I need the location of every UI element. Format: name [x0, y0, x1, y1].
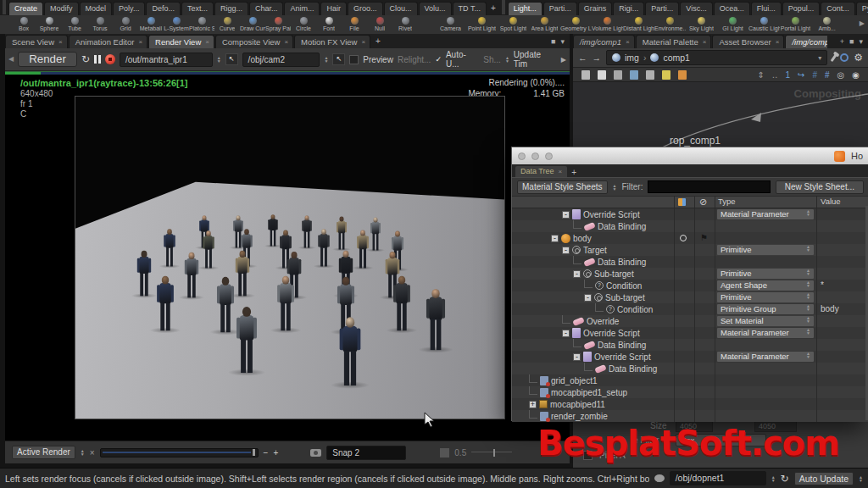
type-dropdown[interactable]: Set Material▲▼	[717, 316, 814, 326]
shading-dropdown[interactable]: Sh...	[483, 55, 501, 64]
active-render-dropdown[interactable]: Active Render	[12, 446, 75, 459]
color-grid-icon[interactable]	[630, 70, 638, 80]
tab-close-icon[interactable]: ×	[138, 37, 142, 47]
shelf-tool-platonicsol[interactable]: Platonic Sol...	[189, 15, 214, 34]
tree-row-mocapbiped11[interactable]: +mocapbiped11	[512, 398, 868, 410]
snapshot-camera-icon[interactable]	[310, 449, 321, 457]
link-icon[interactable]: ↪	[798, 70, 804, 80]
tree-row-sub-target[interactable]: -Sub-targetPrimitive▲▼	[512, 268, 868, 280]
nav-back-icon[interactable]: ←	[578, 53, 587, 63]
expand-icon[interactable]: +	[529, 401, 537, 408]
layers-icon[interactable]	[678, 70, 687, 80]
dopnet-spinner[interactable]: ▲▼	[771, 475, 776, 482]
shelf-tab-hair[interactable]: Hair	[320, 2, 347, 15]
tree-row-override[interactable]: OverrideSet Material▲▼	[512, 315, 868, 327]
tree-row-sub-target[interactable]: -Sub-targetPrimitive▲▼	[512, 291, 868, 303]
shelf-tab-model[interactable]: Model	[80, 2, 113, 15]
shelf-tool-rivet[interactable]: Rivet	[392, 15, 418, 34]
update-mode-spinner[interactable]: ▲▼	[859, 475, 863, 482]
shelf-tool-file[interactable]: File	[342, 15, 367, 34]
tab-close-icon[interactable]: ×	[776, 37, 780, 47]
window-add-tab-button[interactable]: +	[568, 168, 580, 177]
snapshot-name-field[interactable]: Snap 2	[326, 446, 406, 460]
add-pane-tab-button[interactable]: +	[371, 35, 385, 48]
filter-input[interactable]	[648, 180, 770, 193]
tree-row-data-binding[interactable]: Data Binding	[512, 256, 868, 268]
tab--img-comp1[interactable]: /img/comp1×	[573, 35, 635, 48]
type-dropdown[interactable]: Material Parameter▲▼	[717, 352, 814, 362]
camera-path-field[interactable]: /obj/cam2	[242, 53, 320, 67]
shelf-tool-grid[interactable]: Grid	[113, 15, 138, 34]
tree-row-target[interactable]: -TargetPrimitive▲▼	[512, 244, 868, 256]
tree-row-condition[interactable]: ?ConditionPrimitive Group▲▼body	[512, 303, 868, 315]
pane-menu-arrow-icon[interactable]: ▾	[560, 37, 565, 46]
shelf-tab-text[interactable]: Text...	[181, 2, 214, 15]
tab-close-icon[interactable]: ×	[626, 37, 630, 47]
pane-maximize-icon-right[interactable]: ■	[849, 37, 854, 46]
close-snapshot-icon[interactable]: ×	[90, 448, 95, 458]
shelf-tool-geometryl[interactable]: Geometry L...	[560, 15, 592, 34]
stop-render-icon[interactable]	[105, 54, 115, 64]
shelf-tab-parti[interactable]: Parti...	[645, 2, 679, 15]
node-label-rop-comp1[interactable]: rop_comp1	[670, 135, 721, 147]
view-icon[interactable]: ◉	[852, 70, 860, 80]
tree-row-mocapbiped1-setup[interactable]: mocapbiped1_setup	[512, 386, 868, 398]
tree-row-override-script[interactable]: -Override ScriptMaterial Parameter▲▼	[512, 351, 868, 363]
shelf-tool-skylight[interactable]: Sky Light	[686, 15, 717, 34]
enable-flag-icon[interactable]: ⚑	[700, 233, 708, 243]
shelf-tab-tdt[interactable]: TD T...	[453, 2, 487, 15]
status-refresh-icon[interactable]: ↻	[781, 474, 789, 484]
gamma-icon[interactable]	[440, 448, 449, 458]
shelf-tab-defo[interactable]: Defo...	[146, 2, 181, 15]
window-maximize-icon[interactable]	[545, 152, 553, 160]
note-icon[interactable]	[662, 70, 670, 80]
shelf-tool-curve[interactable]: Curve	[214, 15, 240, 34]
type-column-header[interactable]: Type	[718, 197, 736, 206]
type-spinner[interactable]: ▲▼	[806, 269, 810, 279]
collapse-icon[interactable]: -	[584, 294, 592, 302]
dots-icon[interactable]: ‥	[772, 70, 778, 80]
shelf-tab-rigg[interactable]: Rigg...	[214, 2, 248, 15]
collapse-left-icon[interactable]: ◀	[8, 54, 14, 64]
type-dropdown[interactable]: Primitive▲▼	[717, 292, 814, 302]
clock-icon[interactable]	[840, 53, 849, 62]
style-active-radio[interactable]	[680, 235, 687, 241]
shelf-tab-create[interactable]: Create	[8, 2, 43, 15]
shelf-tool-amb[interactable]: Amb...	[811, 15, 843, 34]
new-style-sheet-button[interactable]: New Style Sheet...	[776, 180, 864, 194]
shelf-tool-circle[interactable]: Circle	[291, 15, 316, 34]
shelf-tool-arealight[interactable]: Area Light	[529, 15, 560, 34]
camera-spinner[interactable]: ▲▼	[324, 56, 328, 63]
pin-icon[interactable]	[831, 53, 837, 61]
shelf-tool-sphere[interactable]: Sphere	[36, 15, 62, 34]
shelf-tool-volumelight[interactable]: Volume Light	[592, 15, 623, 34]
pane-menu-arrow-icon-right[interactable]: ▾	[859, 37, 863, 46]
zoom-in-button[interactable]: +	[273, 448, 278, 458]
collapse-icon[interactable]: -	[573, 270, 581, 278]
shelf-tab-poly[interactable]: Poly...	[113, 2, 145, 15]
shelf-tool-tube[interactable]: Tube	[62, 15, 87, 34]
type-dropdown[interactable]: Agent Shape▲▼	[717, 280, 814, 291]
tree-row-condition[interactable]: ?ConditionAgent Shape▲▼*	[512, 280, 868, 291]
shelf-tool-gilight[interactable]: GI Light	[717, 15, 748, 34]
shelf-tool-pointlight[interactable]: Point Light	[466, 15, 498, 34]
render-view[interactable]: /out/mantra_ipr1(raytrace)-13:56:26[1] 6…	[5, 75, 570, 441]
breadcrumb-comp1[interactable]: comp1	[663, 53, 690, 63]
tab-material-palette[interactable]: Material Palette×	[636, 35, 712, 48]
type-dropdown[interactable]: Primitive Group▲▼	[717, 304, 814, 314]
frame-number-icon[interactable]: 1	[785, 70, 790, 80]
shelf-dock-handle-2[interactable]	[502, 0, 505, 14]
type-spinner[interactable]: ▲▼	[806, 245, 810, 255]
tree-row-render-zombie[interactable]: render_zombie	[512, 410, 868, 422]
pane-maximize-icon[interactable]: ■	[551, 37, 555, 46]
type-spinner[interactable]: ▲▼	[806, 316, 810, 326]
datatree-mode-spinner[interactable]: ▲▼	[613, 184, 617, 191]
tab-data-tree[interactable]: Data Tree ×	[515, 166, 567, 177]
rop-path-field[interactable]: /out/mantra_ipr1	[120, 53, 213, 67]
collapse-icon[interactable]: -	[562, 211, 570, 219]
type-spinner[interactable]: ▲▼	[806, 304, 810, 314]
shelf-tool-spotlight[interactable]: Spot Light	[498, 15, 529, 34]
gear-icon[interactable]: ⚙	[854, 53, 863, 63]
tab-motion-fx-view[interactable]: Motion FX View×	[294, 35, 370, 48]
dopnet-path-field[interactable]: /obj/dopnet1	[670, 471, 766, 485]
